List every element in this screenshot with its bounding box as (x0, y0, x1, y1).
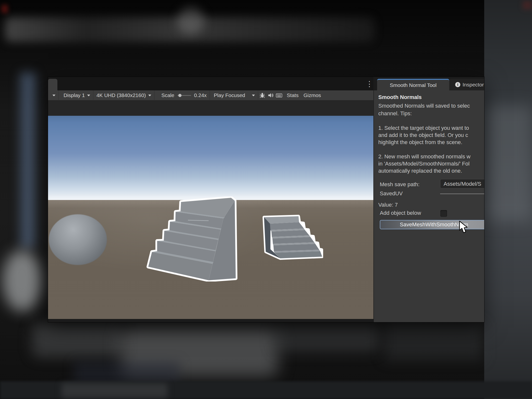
info-icon: i (455, 82, 460, 87)
bug-icon (259, 92, 266, 99)
tip1-line: highlight the object from the scene. (378, 139, 462, 146)
speaker-icon (267, 92, 274, 99)
kebab-menu-icon[interactable]: ⋮ (366, 79, 373, 89)
tab-inspector-label: Inspector (463, 82, 484, 88)
unity-game-window: ⋮ Smooth Normal Tool i Inspector Display… (48, 77, 484, 322)
chevron-down-icon (252, 95, 255, 96)
small-staircase-selected[interactable] (262, 212, 323, 262)
scale-slider[interactable] (177, 95, 191, 96)
debug-bug-toggle[interactable] (258, 90, 266, 100)
background-red-tint-left (1, 5, 8, 13)
play-focused-dropdown[interactable]: Play Focused (211, 90, 258, 100)
tab-list-dropdown[interactable] (48, 90, 58, 100)
scale-label: Scale (161, 92, 174, 98)
background-red-tint-right (523, 1, 532, 9)
background-blur-right-glow (486, 106, 532, 222)
chevron-down-icon (87, 95, 90, 96)
mesh-save-path-label: Mesh save path: (380, 181, 419, 188)
keyboard-icon (276, 92, 283, 99)
mesh-save-path-field[interactable]: Assets/Model/S (440, 179, 484, 188)
mute-audio-toggle[interactable] (266, 90, 275, 100)
tip1-line: 1. Select the target object you want to (378, 124, 469, 132)
background-blur-left-sky (20, 73, 35, 248)
intro-line: channel. Tips: (378, 110, 412, 117)
gizmos-label: Gizmos (303, 92, 321, 98)
display-dropdown[interactable]: Display 1 (61, 90, 93, 100)
add-object-below-checkbox[interactable] (440, 210, 447, 217)
large-staircase-selected[interactable] (144, 197, 238, 282)
game-view-bottom-edge (48, 319, 373, 322)
scale-control: Scale 0.24x (158, 90, 210, 100)
background-blur-blob (177, 7, 204, 34)
screenshot-root: ⋮ Smooth Normal Tool i Inspector Display… (0, 0, 532, 399)
background-blur-bottom-3 (273, 324, 379, 352)
toolbar-separator (210, 90, 210, 100)
panel-heading: Smooth Normals (378, 94, 422, 101)
resolution-dropdown[interactable]: 4K UHD (3840x2160) (93, 90, 154, 100)
tab-smooth-normal-tool-label: Smooth Normal Tool (390, 82, 437, 88)
add-object-below-label: Add object below (380, 209, 421, 216)
sky (48, 116, 373, 200)
intro-line: Smoothed Normals will saved to selec (378, 102, 470, 109)
tip1-line: and add it to the object field. Or you c (378, 132, 468, 139)
toolbar-separator (58, 90, 59, 100)
game-render-area (48, 116, 373, 319)
gizmos-button[interactable]: Gizmos (302, 90, 322, 100)
display-dropdown-label: Display 1 (64, 92, 85, 98)
game-view-letterbox (48, 100, 373, 116)
stats-button[interactable]: Stats (283, 90, 302, 100)
scale-slider-knob[interactable] (178, 94, 182, 97)
tab-strip: ⋮ Smooth Normal Tool i Inspector (48, 77, 484, 90)
scale-value: 0.24x (194, 92, 207, 98)
saved-uv-slider-track[interactable] (440, 194, 484, 194)
background-blur-bottom-1 (32, 324, 123, 357)
game-toolbar: Display 1 4K UHD (3840x2160) Scale 0.24x… (48, 90, 373, 100)
vsync-toggle[interactable] (275, 90, 283, 100)
sphere-object (49, 214, 107, 265)
stats-label: Stats (287, 92, 299, 98)
mouse-cursor (459, 221, 468, 233)
toolbar-separator (154, 90, 154, 100)
tip2-line: in 'Assets/Model/SmoothNormals/' Fol (378, 160, 469, 167)
background-blur-bottom-4 (384, 323, 483, 360)
play-focused-label: Play Focused (214, 92, 245, 98)
tip2-line: 2. New mesh will smoothed normals w (378, 153, 470, 160)
save-mesh-button[interactable]: SaveMeshWithSmoothNorm (380, 220, 484, 229)
tip2-line: automatically replaced the old one. (378, 167, 462, 174)
background-blur-left-white (2, 250, 42, 312)
value-label: Value: 7 (378, 201, 398, 208)
saved-uv-label: SavedUV (380, 190, 403, 197)
smooth-normal-tool-panel: Smooth Normals Smoothed Normals will sav… (373, 90, 484, 322)
resolution-dropdown-label: 4K UHD (3840x2160) (96, 92, 146, 98)
background-blur-bottom-strip-light (62, 383, 167, 398)
tab-inspector[interactable]: i Inspector (449, 79, 484, 90)
chevron-down-icon (148, 95, 151, 96)
chevron-down-icon (52, 95, 55, 96)
partial-tab[interactable] (48, 79, 57, 90)
tab-smooth-normal-tool[interactable]: Smooth Normal Tool (377, 79, 449, 90)
panel-tab-strip: Smooth Normal Tool i Inspector (373, 77, 484, 90)
